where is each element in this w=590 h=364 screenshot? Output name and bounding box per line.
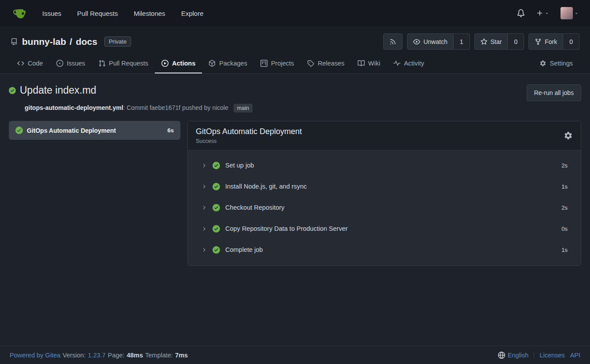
step-name: Set up job bbox=[225, 162, 254, 169]
step-row-complete[interactable]: Complete job 1s bbox=[188, 239, 581, 260]
code-icon bbox=[17, 60, 24, 67]
api-link[interactable]: API bbox=[570, 352, 580, 359]
rss-icon bbox=[389, 38, 396, 45]
step-row-install[interactable]: Install Node.js, git, and rsync 1s bbox=[188, 176, 581, 197]
nav-item-pull-requests[interactable]: Pull Requests bbox=[77, 10, 118, 17]
page-time-label: Page: bbox=[108, 352, 125, 359]
gitea-logo[interactable] bbox=[11, 6, 26, 21]
book-icon bbox=[358, 60, 365, 67]
pull-request-icon bbox=[99, 60, 106, 67]
notifications-button[interactable] bbox=[517, 9, 525, 17]
template-time-label: Template: bbox=[145, 352, 173, 359]
step-row-copy[interactable]: Copy Repository Data to Production Serve… bbox=[188, 218, 581, 239]
tab-pull-requests[interactable]: Pull Requests bbox=[92, 55, 155, 73]
tab-projects[interactable]: Projects bbox=[254, 55, 300, 73]
success-check-icon bbox=[9, 87, 16, 94]
settings-gear-icon bbox=[539, 60, 546, 67]
tab-packages[interactable]: Packages bbox=[202, 55, 254, 73]
gear-icon bbox=[564, 131, 573, 140]
footer-divider bbox=[534, 352, 534, 358]
step-name: Complete job bbox=[225, 246, 263, 253]
gitea-actions-page: Issues Pull Requests Milestones Explore … bbox=[0, 0, 590, 364]
step-row-setup[interactable]: Set up job 2s bbox=[188, 155, 581, 176]
rss-button[interactable] bbox=[383, 33, 403, 50]
tab-actions-label: Actions bbox=[172, 60, 195, 67]
chevron-right-icon bbox=[201, 247, 207, 253]
repo-name: bunny-lab / docs bbox=[22, 36, 97, 47]
step-name: Copy Repository Data to Production Serve… bbox=[225, 225, 348, 232]
job-status-text: Success bbox=[196, 138, 302, 144]
tab-actions[interactable]: Actions bbox=[155, 55, 202, 73]
step-duration: 2s bbox=[561, 162, 568, 169]
repo-name-link[interactable]: docs bbox=[76, 36, 97, 47]
tab-activity[interactable]: Activity bbox=[387, 55, 431, 73]
tab-issues-label: Issues bbox=[67, 60, 85, 67]
create-new-button[interactable] bbox=[536, 10, 549, 17]
bell-icon bbox=[517, 9, 525, 17]
tag-icon bbox=[307, 60, 314, 67]
chevron-right-icon bbox=[201, 205, 207, 211]
tab-code-label: Code bbox=[28, 60, 43, 67]
unwatch-button[interactable]: Unwatch bbox=[407, 33, 453, 50]
success-check-icon bbox=[213, 246, 220, 254]
eye-icon bbox=[413, 38, 420, 45]
success-check-icon bbox=[213, 183, 220, 190]
step-name: Checkout Repository bbox=[225, 204, 285, 211]
language-selector[interactable]: English bbox=[498, 352, 529, 359]
avatar bbox=[561, 7, 573, 19]
job-options-button[interactable] bbox=[564, 131, 573, 140]
page-time-value: 48ms bbox=[127, 352, 143, 359]
licenses-link[interactable]: Licenses bbox=[539, 352, 564, 359]
repo-owner-link[interactable]: bunny-lab bbox=[22, 36, 66, 47]
tab-settings[interactable]: Settings bbox=[533, 55, 579, 73]
success-check-icon bbox=[213, 225, 220, 233]
project-board-icon bbox=[260, 60, 268, 67]
nav-item-explore[interactable]: Explore bbox=[181, 10, 204, 17]
rerun-all-jobs-button[interactable]: Re-run all jobs bbox=[527, 84, 581, 101]
run-header: Update index.md Re-run all jobs bbox=[9, 84, 581, 101]
version-link[interactable]: 1.23.7 bbox=[88, 352, 106, 359]
fork-icon bbox=[535, 38, 542, 45]
nav-item-milestones[interactable]: Milestones bbox=[134, 10, 165, 17]
chevron-right-icon bbox=[201, 163, 207, 168]
language-label: English bbox=[508, 352, 529, 359]
step-duration: 0s bbox=[561, 226, 568, 232]
tab-releases[interactable]: Releases bbox=[300, 55, 351, 73]
repo-name-separator: / bbox=[70, 36, 72, 47]
run-body: GitOps Automatic Deployment 6s GitOps Au… bbox=[9, 121, 581, 266]
job-card-heading: GitOps Automatic Deployment Success bbox=[196, 127, 302, 144]
fork-button[interactable]: Fork bbox=[528, 33, 563, 50]
job-steps-list: Set up job 2s Install Node.js, git, and … bbox=[188, 150, 581, 266]
step-row-checkout[interactable]: Checkout Repository 2s bbox=[188, 197, 581, 218]
stars-count[interactable]: 0 bbox=[508, 33, 524, 50]
chevron-right-icon bbox=[201, 226, 207, 232]
star-button[interactable]: Star bbox=[474, 33, 508, 50]
powered-by-link[interactable]: Powered by Gitea bbox=[10, 352, 60, 359]
page-footer: Powered by Gitea Version: 1.23.7 Page: 4… bbox=[0, 346, 590, 364]
chevron-down-icon bbox=[574, 11, 579, 15]
user-menu[interactable] bbox=[561, 7, 579, 19]
step-duration: 1s bbox=[561, 183, 568, 190]
fork-button-group: Fork 0 bbox=[528, 33, 579, 50]
tab-issues[interactable]: Issues bbox=[50, 55, 92, 73]
step-duration: 1s bbox=[561, 247, 568, 253]
tab-settings-label: Settings bbox=[550, 60, 573, 67]
pulse-icon bbox=[393, 60, 400, 67]
repo-action-buttons: Unwatch 1 Star 0 Fork 0 bbox=[383, 33, 579, 50]
package-icon bbox=[209, 60, 216, 67]
job-list-item[interactable]: GitOps Automatic Deployment 6s bbox=[9, 121, 180, 140]
branch-badge[interactable]: main bbox=[234, 104, 253, 113]
workflow-file-name: gitops-automatic-deployment.yml bbox=[25, 104, 123, 111]
repo-header: bunny-lab / docs Private Unwatch 1 Star … bbox=[0, 26, 590, 74]
job-detail-card: GitOps Automatic Deployment Success Set … bbox=[187, 121, 581, 266]
tab-code[interactable]: Code bbox=[11, 55, 50, 73]
success-check-icon bbox=[15, 127, 23, 134]
tab-wiki[interactable]: Wiki bbox=[351, 55, 387, 73]
nav-item-issues[interactable]: Issues bbox=[42, 10, 61, 17]
forks-count[interactable]: 0 bbox=[563, 33, 579, 50]
run-commit-line: gitops-automatic-deployment.yml: Commit … bbox=[25, 104, 581, 111]
watchers-count[interactable]: 1 bbox=[454, 33, 470, 50]
job-name: GitOps Automatic Deployment bbox=[27, 127, 116, 134]
step-duration: 2s bbox=[561, 204, 568, 211]
tab-projects-label: Projects bbox=[271, 60, 294, 67]
